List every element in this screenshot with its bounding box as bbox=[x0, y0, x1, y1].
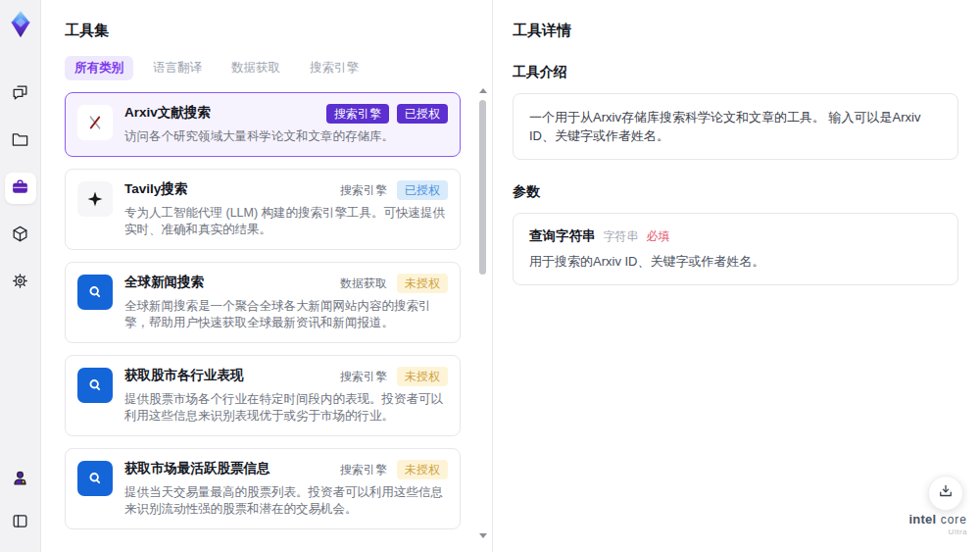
category-badge: 数据获取 bbox=[338, 274, 389, 293]
sidebar-nav bbox=[5, 78, 36, 298]
user-avatar-icon bbox=[11, 469, 29, 490]
tool-list-scrollbar bbox=[478, 88, 487, 538]
tool-card-arxiv[interactable]: Arxiv文献搜索 搜索引擎 已授权 访问各个研究领域大量科学论文和文章的存储库… bbox=[65, 92, 461, 157]
scroll-up-icon[interactable] bbox=[479, 88, 487, 93]
tool-description: 提供当天交易量最高的股票列表。投资者可以利用这些信息来识别流动性强的股票和潜在的… bbox=[124, 484, 448, 518]
panel-collapse-icon bbox=[11, 512, 29, 533]
tab-translation[interactable]: 语言翻译 bbox=[143, 56, 212, 80]
auth-badge: 未授权 bbox=[397, 274, 448, 293]
category-badge: 搜索引擎 bbox=[338, 180, 389, 200]
tavily-logo-icon bbox=[77, 181, 113, 217]
category-badge: 搜索引擎 bbox=[338, 460, 389, 479]
sidebar-bottom bbox=[5, 464, 36, 552]
tool-list: Arxiv文献搜索 搜索引擎 已授权 访问各个研究领域大量科学论文和文章的存储库… bbox=[65, 92, 472, 541]
intel-wordmark: intel bbox=[908, 512, 936, 527]
sidebar-item-user[interactable] bbox=[5, 464, 36, 495]
sidebar bbox=[0, 0, 41, 552]
tool-name: Tavily搜索 bbox=[124, 180, 187, 198]
folder-icon bbox=[11, 130, 29, 152]
scroll-down-icon[interactable] bbox=[479, 533, 487, 538]
tool-name: 获取股市各行业表现 bbox=[124, 367, 244, 384]
download-button[interactable] bbox=[928, 476, 963, 511]
core-wordmark: core bbox=[941, 513, 967, 527]
download-icon bbox=[937, 482, 955, 504]
tool-card-global-news[interactable]: 全球新闻搜索 数据获取 未授权 全球新闻搜索是一个聚合全球各大新闻网站内容的搜索… bbox=[65, 262, 461, 343]
intro-text: 一个用于从Arxiv存储库搜索科学论文和文章的工具。 输入可以是Arxiv ID… bbox=[529, 108, 942, 145]
gear-icon bbox=[11, 272, 29, 293]
sidebar-item-models[interactable] bbox=[5, 220, 36, 251]
tool-card-active-stocks[interactable]: 获取市场最活跃股票信息 搜索引擎 未授权 提供当天交易量最高的股票列表。投资者可… bbox=[65, 448, 461, 529]
tool-card-tavily[interactable]: Tavily搜索 搜索引擎 已授权 专为人工智能代理 (LLM) 构建的搜索引擎… bbox=[65, 169, 461, 250]
param-description: 用于搜索的Arxiv ID、关键字或作者姓名。 bbox=[529, 253, 942, 271]
auth-badge: 已授权 bbox=[397, 180, 448, 200]
tool-description: 提供股票市场各个行业在特定时间段内的表现。投资者可以利用这些信息来识别表现优于或… bbox=[124, 391, 448, 425]
sidebar-item-collapse[interactable] bbox=[5, 507, 36, 538]
auth-badge: 未授权 bbox=[397, 367, 448, 386]
toolset-panel: 工具集 所有类别 语言翻译 数据获取 搜索引擎 Arxiv文献搜索 bbox=[41, 0, 492, 552]
category-tabs: 所有类别 语言翻译 数据获取 搜索引擎 bbox=[65, 56, 472, 80]
news-search-logo-icon bbox=[77, 275, 113, 310]
tool-description: 全球新闻搜索是一个聚合全球各大新闻网站内容的搜索引擎，帮助用户快速获取全球最新资… bbox=[124, 298, 448, 331]
ultra-wordmark: Ultra bbox=[908, 527, 967, 538]
tool-description: 专为人工智能代理 (LLM) 构建的搜索引擎工具。可快速提供实时、准确和真实的结… bbox=[124, 205, 448, 238]
tab-search-engine[interactable]: 搜索引擎 bbox=[300, 56, 368, 80]
category-badge: 搜索引擎 bbox=[326, 104, 389, 124]
tool-card-sector-performance[interactable]: 获取股市各行业表现 搜索引擎 未授权 提供股票市场各个行业在特定时间段内的表现。… bbox=[65, 355, 461, 436]
details-title: 工具详情 bbox=[513, 22, 958, 40]
intro-heading: 工具介绍 bbox=[513, 64, 958, 81]
auth-badge: 未授权 bbox=[397, 460, 448, 479]
param-type: 字符串 bbox=[604, 228, 639, 245]
param-box: 查询字符串 字符串 必填 用于搜索的Arxiv ID、关键字或作者姓名。 bbox=[513, 213, 958, 285]
arxiv-logo-icon bbox=[77, 105, 113, 140]
tab-data-fetch[interactable]: 数据获取 bbox=[221, 56, 290, 80]
tool-name: Arxiv文献搜索 bbox=[124, 104, 211, 122]
sidebar-item-tools[interactable] bbox=[5, 173, 36, 204]
app-window: 工具集 所有类别 语言翻译 数据获取 搜索引擎 Arxiv文献搜索 bbox=[0, 0, 980, 552]
scrollbar-thumb[interactable] bbox=[479, 100, 486, 275]
param-name: 查询字符串 bbox=[529, 227, 596, 245]
tool-name: 全球新闻搜索 bbox=[124, 274, 204, 291]
params-heading: 参数 bbox=[513, 183, 958, 201]
app-logo-icon[interactable] bbox=[6, 8, 35, 41]
sidebar-item-chat[interactable] bbox=[5, 78, 36, 110]
briefcase-icon bbox=[11, 177, 29, 199]
chat-icon bbox=[11, 83, 29, 105]
stock-search-logo-icon bbox=[77, 368, 113, 403]
tool-name: 获取市场最活跃股票信息 bbox=[124, 460, 270, 477]
tool-description: 访问各个研究领域大量科学论文和文章的存储库。 bbox=[124, 128, 448, 145]
param-required-badge: 必填 bbox=[647, 228, 670, 245]
sidebar-item-files[interactable] bbox=[5, 125, 36, 157]
tool-details-panel: 工具详情 工具介绍 一个用于从Arxiv存储库搜索科学论文和文章的工具。 输入可… bbox=[492, 0, 980, 552]
intro-box: 一个用于从Arxiv存储库搜索科学论文和文章的工具。 输入可以是Arxiv ID… bbox=[513, 93, 958, 160]
cube-icon bbox=[11, 225, 29, 246]
auth-badge: 已授权 bbox=[397, 104, 448, 124]
category-badge: 搜索引擎 bbox=[338, 367, 389, 386]
intel-core-logo: intel core Ultra bbox=[908, 513, 967, 538]
stock-search-logo-icon bbox=[77, 461, 113, 496]
tab-all-categories[interactable]: 所有类别 bbox=[65, 56, 133, 80]
page-title: 工具集 bbox=[65, 22, 472, 40]
sidebar-item-settings[interactable] bbox=[5, 267, 36, 298]
